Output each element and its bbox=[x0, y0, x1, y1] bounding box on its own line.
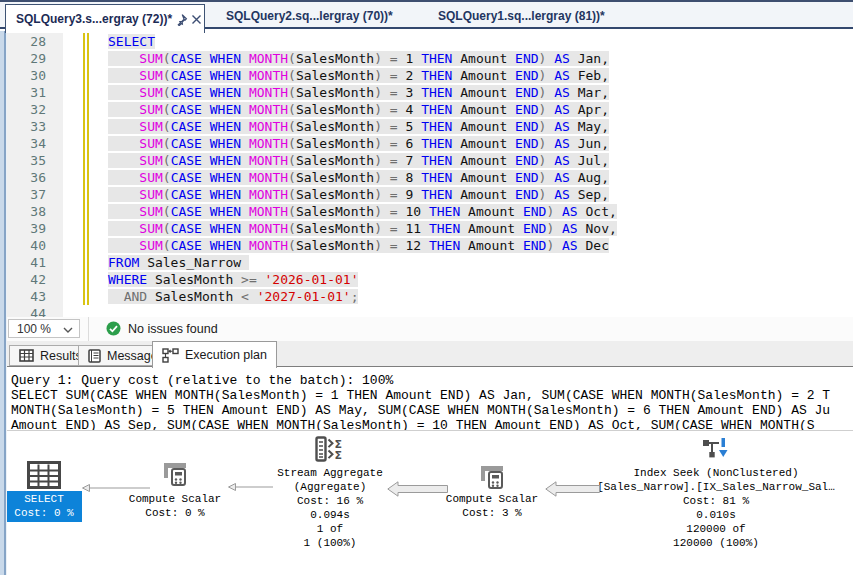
plan-canvas[interactable]: SELECTCost: 0 %Compute ScalarCost: 0 %ΣΣ… bbox=[7, 430, 853, 575]
line-number: 38 bbox=[7, 203, 63, 220]
plan-node-index-seek[interactable]: Index Seek (NonClustered)[Sales_Narrow].… bbox=[576, 431, 853, 575]
tab-sqlquery2[interactable]: SQLQuery2.sq...lergray (70))* bbox=[226, 9, 393, 23]
results-grid-icon bbox=[19, 349, 34, 362]
tab-sqlquery1[interactable]: SQLQuery1.sq...lergray (81))* bbox=[438, 9, 605, 23]
plan-statement-line: Query 1: Query cost (relative to the bat… bbox=[11, 373, 853, 388]
plan-statement-line: SELECT SUM(CASE WHEN MONTH(SalesMonth) =… bbox=[11, 388, 853, 403]
code-line-36[interactable]: SUM(CASE WHEN MONTH(SalesMonth) = 8 THEN… bbox=[108, 169, 617, 186]
zoom-select[interactable]: 100 % bbox=[8, 319, 80, 338]
index-seek-icon bbox=[576, 435, 853, 469]
code-line-30[interactable]: SUM(CASE WHEN MONTH(SalesMonth) = 2 THEN… bbox=[108, 67, 617, 84]
plan-arrow-thin[interactable] bbox=[82, 483, 150, 493]
code-line-28[interactable]: SELECT bbox=[108, 33, 617, 50]
line-number: 29 bbox=[7, 50, 63, 67]
ssms-window: SQLQuery3.s...ergray (72))* SQLQuery2.sq… bbox=[0, 0, 853, 575]
line-number: 37 bbox=[7, 186, 63, 203]
results-tab-bar: Results Messages Execution plan bbox=[7, 341, 853, 366]
plan-arrow-thick[interactable] bbox=[545, 481, 600, 497]
line-number: 28 bbox=[7, 33, 63, 50]
chevron-down-icon bbox=[63, 322, 73, 336]
issues-message: No issues found bbox=[128, 322, 218, 336]
tab-sqlquery3-label: SQLQuery3.s...ergray (72))* bbox=[16, 12, 172, 26]
code-line-38[interactable]: SUM(CASE WHEN MONTH(SalesMonth) = 10 THE… bbox=[108, 203, 617, 220]
line-number: 32 bbox=[7, 101, 63, 118]
code-line-40[interactable]: SUM(CASE WHEN MONTH(SalesMonth) = 12 THE… bbox=[108, 237, 617, 254]
line-number: 42 bbox=[7, 271, 63, 288]
tab-execution-plan-label: Execution plan bbox=[185, 348, 267, 362]
window-left-border bbox=[0, 31, 7, 575]
change-tracking-bar bbox=[87, 33, 89, 305]
tab-sqlquery3[interactable]: SQLQuery3.s...ergray (72))* bbox=[5, 4, 205, 33]
code-line-42[interactable]: WHERE SalesMonth >= '2026-01-01' bbox=[108, 271, 617, 288]
plan-node-label: Index Seek (NonClustered)[Sales_Narrow].… bbox=[576, 466, 853, 550]
code-line-37[interactable]: SUM(CASE WHEN MONTH(SalesMonth) = 9 THEN… bbox=[108, 186, 617, 203]
line-number: 35 bbox=[7, 152, 63, 169]
status-separator bbox=[88, 317, 89, 341]
code-line-43[interactable]: AND SalesMonth < '2027-01-01'; bbox=[108, 288, 617, 305]
code-lines[interactable]: SELECT SUM(CASE WHEN MONTH(SalesMonth) =… bbox=[108, 33, 617, 305]
line-number: 30 bbox=[7, 67, 63, 84]
plan-statement-line: MONTH(SalesMonth) = 5 THEN Amount END) A… bbox=[11, 403, 853, 418]
plan-arrow-thin[interactable] bbox=[228, 482, 273, 492]
plan-statement-header: Query 1: Query cost (relative to the bat… bbox=[7, 367, 853, 430]
code-line-32[interactable]: SUM(CASE WHEN MONTH(SalesMonth) = 4 THEN… bbox=[108, 101, 617, 118]
line-number: 43 bbox=[7, 288, 63, 305]
tab-execution-plan[interactable]: Execution plan bbox=[152, 341, 277, 368]
execution-plan-icon bbox=[162, 348, 179, 363]
code-line-41[interactable]: FROM Sales_Narrow bbox=[108, 254, 617, 271]
messages-icon bbox=[88, 349, 101, 363]
code-line-39[interactable]: SUM(CASE WHEN MONTH(SalesMonth) = 11 THE… bbox=[108, 220, 617, 237]
sql-editor[interactable]: 2829303132333435363738394041424344 SELEC… bbox=[7, 31, 853, 317]
close-icon[interactable] bbox=[191, 11, 202, 27]
change-tracking-bar bbox=[83, 33, 85, 305]
code-line-35[interactable]: SUM(CASE WHEN MONTH(SalesMonth) = 7 THEN… bbox=[108, 152, 617, 169]
code-line-29[interactable]: SUM(CASE WHEN MONTH(SalesMonth) = 1 THEN… bbox=[108, 50, 617, 67]
line-number: 33 bbox=[7, 118, 63, 135]
line-number: 41 bbox=[7, 254, 63, 271]
zoom-value: 100 % bbox=[17, 322, 63, 336]
line-number: 34 bbox=[7, 135, 63, 152]
line-number: 36 bbox=[7, 169, 63, 186]
svg-text:Σ: Σ bbox=[335, 449, 343, 462]
plan-statement-line: Amount END) AS Sep, SUM(CASE WHEN MONTH(… bbox=[11, 418, 853, 430]
document-tab-strip: SQLQuery3.s...ergray (72))* SQLQuery2.sq… bbox=[0, 0, 853, 29]
line-number: 44 bbox=[7, 305, 63, 317]
execution-plan-panel: Query 1: Query cost (relative to the bat… bbox=[7, 366, 853, 575]
line-number-gutter: 2829303132333435363738394041424344 bbox=[7, 31, 63, 317]
check-circle-icon bbox=[106, 321, 121, 336]
line-number: 40 bbox=[7, 237, 63, 254]
line-number: 31 bbox=[7, 84, 63, 101]
code-line-34[interactable]: SUM(CASE WHEN MONTH(SalesMonth) = 6 THEN… bbox=[108, 135, 617, 152]
tab-results-label: Results bbox=[40, 349, 82, 363]
plan-arrow-thick[interactable] bbox=[387, 481, 448, 497]
pin-icon[interactable] bbox=[175, 11, 188, 27]
editor-status-bar: 100 % No issues found bbox=[7, 317, 853, 341]
code-line-33[interactable]: SUM(CASE WHEN MONTH(SalesMonth) = 5 THEN… bbox=[108, 118, 617, 135]
line-number: 39 bbox=[7, 220, 63, 237]
code-line-31[interactable]: SUM(CASE WHEN MONTH(SalesMonth) = 3 THEN… bbox=[108, 84, 617, 101]
